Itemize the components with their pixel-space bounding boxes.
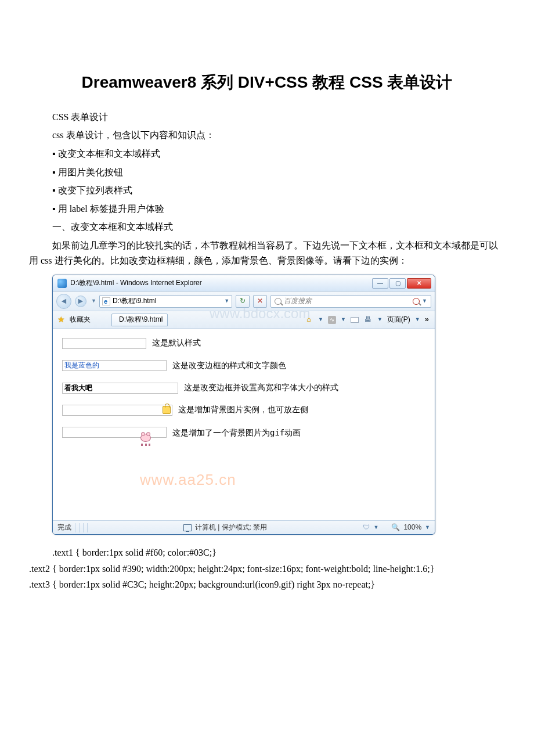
subtitle: CSS 表单设计 <box>52 110 505 125</box>
input-blue[interactable] <box>62 360 167 371</box>
rss-dropdown-icon[interactable]: ▼ <box>341 315 346 323</box>
bullet-4: ▪ 用 label 标签提升用户体验 <box>52 201 505 217</box>
ie-window: D:\教程\9.html - Windows Internet Explorer… <box>52 275 435 535</box>
stop-button[interactable]: ✕ <box>253 295 267 308</box>
mail-icon[interactable] <box>351 317 359 323</box>
label-blue: 这是改变边框的样式和文字颜色 <box>172 359 286 372</box>
home-icon[interactable]: ⌂ <box>304 315 313 325</box>
page-icon <box>102 297 110 305</box>
bullet-1: ▪ 改变文本框和文本域样式 <box>52 146 505 161</box>
zoom-icon[interactable]: 🔍 <box>391 522 400 533</box>
status-zoom: 100% <box>403 522 421 533</box>
code-line-1: .text1 { border:1px solid #f60; color:#0… <box>29 545 505 560</box>
label-orange: 这是增加了一个背景图片为gif动画 <box>172 426 301 439</box>
overflow-chevron-icon[interactable]: » <box>425 314 430 326</box>
section-heading: 一、改变文本框和文本域样式 <box>52 219 505 235</box>
demo-row-2: 这是改变边框的样式和文字颜色 <box>62 359 425 372</box>
computer-icon <box>183 524 192 531</box>
demo-row-5: 这是增加了一个背景图片为gif动画 <box>62 426 425 439</box>
tab-title: D:\教程\9.html <box>119 314 163 325</box>
search-dropdown-icon[interactable]: ▼ <box>422 297 427 305</box>
zone-dropdown-icon[interactable]: ▼ <box>373 523 378 531</box>
back-button[interactable]: ◄ <box>56 294 71 309</box>
intro-line: css 表单设计，包含以下内容和知识点： <box>52 128 505 143</box>
label-default: 这是默认样式 <box>152 337 201 350</box>
code-line-3: .text3 { border:1px solid #C3C; height:2… <box>29 577 505 592</box>
forward-button[interactable]: ► <box>75 296 86 307</box>
minimize-button[interactable]: — <box>372 278 388 289</box>
bullet-2: ▪ 用图片美化按钮 <box>52 165 505 180</box>
home-dropdown-icon[interactable]: ▼ <box>318 315 323 323</box>
demo-row-3: 这是改变边框并设置高宽和字体大小的样式 <box>62 381 425 394</box>
address-bar[interactable]: D:\教程\9.html ▼ <box>99 295 232 308</box>
zoom-dropdown-icon[interactable]: ▼ <box>425 523 430 531</box>
favorites-label[interactable]: 收藏夹 <box>70 314 91 325</box>
label-pink: 这是增加背景图片实例，也可放左侧 <box>178 404 308 416</box>
search-go-icon[interactable] <box>413 298 420 305</box>
page-content: www.aa25.cn 这是默认样式 这是改变边框的样式和文字颜色 这是改变边框… <box>53 329 435 520</box>
rss-icon[interactable]: ∿ <box>328 316 336 324</box>
search-box[interactable]: 百度搜索 ▼ <box>270 295 431 308</box>
label-green: 这是改变边框并设置高宽和字体大小的样式 <box>184 381 338 394</box>
toolbar: ★ 收藏夹 D:\教程\9.html www.bdocx.com ⌂ ▼ ∿ ▼… <box>53 311 435 329</box>
close-button[interactable]: ✕ <box>407 278 431 289</box>
demo-row-1: 这是默认样式 <box>62 337 425 350</box>
page-menu-dropdown-icon[interactable]: ▼ <box>415 315 420 323</box>
input-green[interactable] <box>62 383 178 394</box>
code-line-2: .text2 { border:1px solid #390; width:20… <box>29 561 505 577</box>
nav-history-dropdown[interactable]: ▼ <box>90 297 96 305</box>
refresh-button[interactable]: ↻ <box>236 295 250 308</box>
security-zone-icon[interactable]: 🛡 <box>363 522 370 533</box>
ie-icon <box>57 279 67 288</box>
favorites-star-icon[interactable]: ★ <box>57 313 65 326</box>
pig-gif-icon <box>139 431 153 444</box>
page-menu[interactable]: 页面(P) <box>387 314 410 325</box>
maximize-button[interactable]: ▢ <box>389 278 406 289</box>
search-placeholder: 百度搜索 <box>284 296 312 307</box>
search-icon <box>275 298 282 305</box>
window-titlebar: D:\教程\9.html - Windows Internet Explorer… <box>53 275 435 291</box>
browser-tab[interactable]: D:\教程\9.html <box>111 314 168 326</box>
status-bar: 完成 计算机 | 保护模式: 禁用 🛡 ▼ 🔍 100% ▼ <box>53 520 435 534</box>
intro-paragraph: 如果前边几章学习的比较扎实的话，本节教程就相当容易了。下边先说一下文本框，文本框… <box>29 238 505 268</box>
input-pink[interactable] <box>62 405 172 416</box>
status-done: 完成 <box>57 522 71 533</box>
bullet-3: ▪ 改变下拉列表样式 <box>52 183 505 198</box>
address-text: D:\教程\9.html <box>113 296 156 307</box>
window-title: D:\教程\9.html - Windows Internet Explorer <box>70 278 202 289</box>
input-default[interactable] <box>62 338 146 349</box>
print-dropdown-icon[interactable]: ▼ <box>377 315 383 323</box>
nav-bar: ◄ ► ▼ D:\教程\9.html ▼ ↻ ✕ 百度搜索 ▼ <box>53 291 435 311</box>
status-zone: 计算机 | 保护模式: 禁用 <box>195 522 267 533</box>
print-icon[interactable]: 🖶 <box>363 315 373 325</box>
lock-icon <box>163 406 171 414</box>
demo-row-4: 这是增加背景图片实例，也可放左侧 <box>62 404 425 416</box>
page-title: Dreamweaver8 系列 DIV+CSS 教程 CSS 表单设计 <box>29 70 505 96</box>
watermark-text-2: www.aa25.cn <box>140 468 236 492</box>
address-dropdown-icon[interactable]: ▼ <box>224 297 229 305</box>
